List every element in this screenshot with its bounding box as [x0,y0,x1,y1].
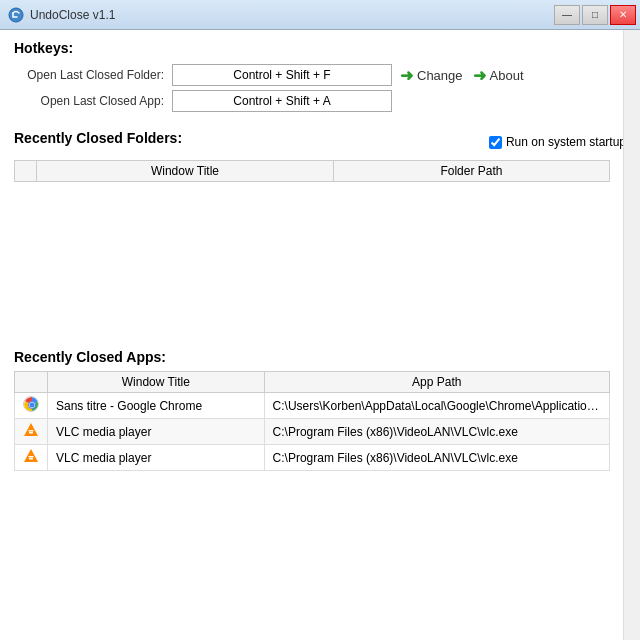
main-content: Hotkeys: Open Last Closed Folder: Open L… [0,30,640,640]
svg-rect-11 [29,458,33,460]
vlc-icon [23,448,39,464]
run-startup-container: Run on system startup [489,135,626,149]
app-icon-cell [15,419,48,445]
title-buttons: — □ ✕ [554,5,636,25]
folders-table-container: Window Title Folder Path [14,160,626,335]
run-startup-label: Run on system startup [506,135,626,149]
about-arrow-icon: ➜ [473,66,486,85]
hotkey-row-folder: Open Last Closed Folder: [14,64,392,86]
table-row: Sans titre - Google ChromeC:\Users\Korbe… [15,393,610,419]
app-title-cell: Sans titre - Google Chrome [48,393,265,419]
apps-col-title: Window Title [48,372,265,393]
app-path-cell: C:\Users\Korben\AppData\Local\Google\Chr… [264,393,609,419]
title-bar: UndoClose v1.1 — □ ✕ [0,0,640,30]
app-path-cell: C:\Program Files (x86)\VideoLAN\VLC\vlc.… [264,419,609,445]
folders-col-title: Window Title [37,161,334,182]
table-row: VLC media playerC:\Program Files (x86)\V… [15,445,610,471]
folders-col-icon [15,161,37,182]
app-icon-cell [15,445,48,471]
chrome-icon [23,396,39,412]
title-bar-left: UndoClose v1.1 [8,7,115,23]
app-path-cell: C:\Program Files (x86)\VideoLAN\VLC\vlc.… [264,445,609,471]
hotkey-folder-input[interactable] [172,64,392,86]
apps-col-icon [15,372,48,393]
undo-icon [8,7,24,23]
hotkey-row-app: Open Last Closed App: [14,90,392,112]
apps-table: Window Title App Path Sans titre - Googl… [14,371,610,471]
about-button[interactable]: ➜ About [473,66,524,85]
apps-col-path: App Path [264,372,609,393]
svg-rect-10 [29,456,34,458]
apps-title: Recently Closed Apps: [14,349,626,365]
svg-point-0 [9,8,23,22]
hotkey-rows: Open Last Closed Folder: Open Last Close… [14,64,392,116]
hotkey-folder-label: Open Last Closed Folder: [14,68,164,82]
recent-apps-section: Recently Closed Apps: Window Title App P… [14,349,626,471]
window-title: UndoClose v1.1 [30,8,115,22]
hotkeys-section: Hotkeys: Open Last Closed Folder: Open L… [14,40,626,116]
maximize-button[interactable]: □ [582,5,608,25]
change-label: Change [417,68,463,83]
hotkey-app-input[interactable] [172,90,392,112]
app-icon-cell [15,393,48,419]
folders-col-path: Folder Path [333,161,609,182]
folders-header: Recently Closed Folders: Run on system s… [14,130,626,154]
folders-title: Recently Closed Folders: [14,130,182,146]
svg-point-3 [30,403,35,408]
recent-folders-section: Recently Closed Folders: Run on system s… [14,130,626,335]
action-buttons: ➜ Change ➜ About [400,66,524,85]
about-label: About [490,68,524,83]
svg-rect-7 [29,432,33,434]
hotkeys-title: Hotkeys: [14,40,626,56]
folders-table: Window Title Folder Path [14,160,610,335]
run-startup-checkbox[interactable] [489,136,502,149]
minimize-button[interactable]: — [554,5,580,25]
change-arrow-icon: ➜ [400,66,413,85]
vlc-icon [23,422,39,438]
table-row: VLC media playerC:\Program Files (x86)\V… [15,419,610,445]
app-title-cell: VLC media player [48,445,265,471]
hotkey-app-label: Open Last Closed App: [14,94,164,108]
svg-rect-6 [29,430,34,432]
close-button[interactable]: ✕ [610,5,636,25]
app-title-cell: VLC media player [48,419,265,445]
change-button[interactable]: ➜ Change [400,66,463,85]
